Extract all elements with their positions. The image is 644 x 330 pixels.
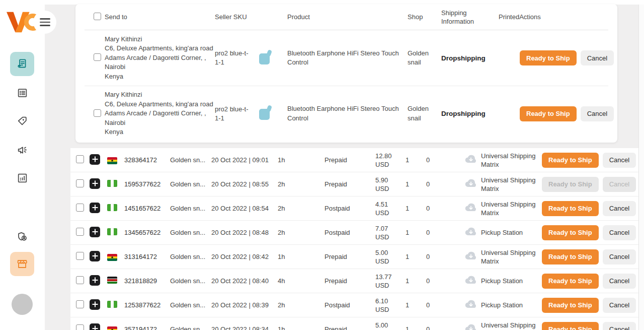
cancel-button[interactable]: Cancel [581,50,614,65]
cancel-button[interactable]: Cancel [603,249,636,265]
order-list-icon [16,87,29,99]
shipping-method: Dropshipping [441,54,499,62]
ready-to-ship-button[interactable]: Ready to Ship [542,177,599,192]
sidebar-item-order-list[interactable] [10,81,34,105]
row-checkbox[interactable] [94,53,101,61]
download-label-icon[interactable] [465,299,477,309]
cancel-button[interactable]: Cancel [603,153,636,168]
vertical-scrollbar[interactable] [638,5,644,330]
cancel-button[interactable]: Cancel [603,225,636,240]
shop-name: Golden snail [408,49,441,68]
ready-to-ship-button[interactable]: Ready to Ship [520,50,577,65]
cancel-button[interactable]: Cancel [603,274,636,289]
download-label-icon[interactable] [465,227,477,237]
expand-row-button[interactable] [90,275,100,286]
row-checkbox[interactable] [76,276,84,284]
order-age: 2h [278,205,325,212]
sidebar-item-products[interactable] [10,109,34,133]
shop-name: Golden sn... [170,301,211,309]
cancel-button[interactable]: Cancel [581,106,614,121]
sidebar-item-store[interactable] [10,252,34,276]
download-label-icon[interactable] [465,323,477,330]
col-shipping-information: Shipping Information [441,9,499,26]
expand-row-button[interactable] [90,178,100,189]
country-flag-icon [107,204,117,211]
store-icon [16,257,29,271]
select-all-checkbox[interactable] [94,13,101,20]
row-checkbox[interactable] [76,155,84,163]
cancel-button[interactable]: Cancel [603,201,636,216]
sidebar-item-analytics[interactable] [10,166,34,190]
user-avatar[interactable] [12,294,33,315]
orders-receipt-icon [16,57,29,71]
order-price: 13.77 USD [375,273,406,290]
row-checkbox[interactable] [76,300,84,308]
expand-row-button[interactable] [90,203,100,213]
ready-to-ship-button[interactable]: Ready to Ship [542,249,599,265]
selected-order-row: Mary Kithinzi C6, Deluxe Apartments, kin… [85,30,608,86]
product-image[interactable] [259,50,272,65]
orders-table: 328364172 Golden sn... 20 Oct 2022 | 09:… [70,148,638,330]
row-checkbox[interactable] [76,228,84,236]
cancel-button[interactable]: Cancel [603,322,636,330]
order-quantity: 1 [406,205,426,212]
ready-to-ship-button[interactable]: Ready to Ship [542,201,599,216]
order-datetime: 20 Oct 2022 | 08:42 [211,253,278,260]
product-name: Bluetooth Earphone HiFi Stereo Touch Con… [287,49,408,68]
order-row: 1595377622 Golden sn... 20 Oct 2022 | 08… [70,172,638,196]
country-flag-icon [107,157,117,164]
product-image[interactable] [259,105,272,120]
download-label-icon[interactable] [465,203,477,213]
row-checkbox[interactable] [76,324,84,330]
order-quantity: 1 [406,277,426,285]
address-line-2: Adams Arcade / Dagoretti Corner, , [105,53,215,63]
printed-count: 0 [426,253,465,260]
order-price: 4.51 USD [375,200,406,217]
ready-to-ship-button[interactable]: Ready to Ship [520,106,577,121]
cancel-button[interactable]: Cancel [603,177,636,192]
recipient-address: Mary Kithinzi C6, Deluxe Apartments, kin… [105,35,215,82]
order-id: 1451657622 [124,205,170,212]
col-product: Product [287,13,408,21]
row-checkbox[interactable] [76,204,84,212]
sidebar-item-marketing[interactable] [10,138,34,162]
order-row: 1345657622 Golden sn... 20 Oct 2022 | 08… [70,221,638,245]
expand-row-button[interactable] [90,251,100,261]
ready-to-ship-button[interactable]: Ready to Ship [542,274,599,289]
address-country: Kenya [105,127,215,137]
download-label-icon[interactable] [465,275,477,285]
ready-to-ship-button[interactable]: Ready to Ship [542,322,599,330]
payment-type: Prepaid [325,325,375,330]
address-line-1: C6, Deluxe Apartments, king'ara road [105,44,215,53]
shipping-provider: Universal Shipping Matrix [481,321,542,330]
shipping-provider: Universal Shipping Matrix [481,176,542,193]
printed-count: 0 [426,301,465,309]
order-row: 1451657622 Golden sn... 20 Oct 2022 | 08… [70,196,638,221]
country-flag-icon [107,277,117,284]
order-quantity: 1 [406,180,426,188]
download-label-icon[interactable] [465,154,477,164]
order-id: 321818829 [124,277,170,285]
shipping-provider: Universal Shipping Matrix [481,248,542,266]
cancel-button[interactable]: Cancel [603,298,636,313]
download-label-icon[interactable] [465,251,477,261]
expand-row-button[interactable] [90,299,100,310]
row-checkbox[interactable] [76,179,84,187]
ready-to-ship-button[interactable]: Ready to Ship [542,153,599,168]
sidebar-item-account-security[interactable] [10,225,34,249]
printed-count: 0 [426,325,465,330]
row-checkbox[interactable] [76,252,84,260]
order-datetime: 20 Oct 2022 | 08:40 [211,277,278,285]
row-checkbox[interactable] [94,109,101,117]
expand-row-button[interactable] [90,323,100,330]
printed-count: 0 [426,205,465,212]
order-row: 321818829 Golden sn... 20 Oct 2022 | 08:… [70,269,638,293]
download-label-icon[interactable] [465,178,477,188]
expand-row-button[interactable] [90,154,100,165]
menu-toggle-button[interactable] [33,11,56,34]
panel-header-row: Send to Seller SKU Product Shop Shipping… [85,4,608,30]
ready-to-ship-button[interactable]: Ready to Ship [542,225,599,240]
ready-to-ship-button[interactable]: Ready to Ship [542,298,599,313]
expand-row-button[interactable] [90,227,100,237]
sidebar-item-orders[interactable] [10,52,34,76]
